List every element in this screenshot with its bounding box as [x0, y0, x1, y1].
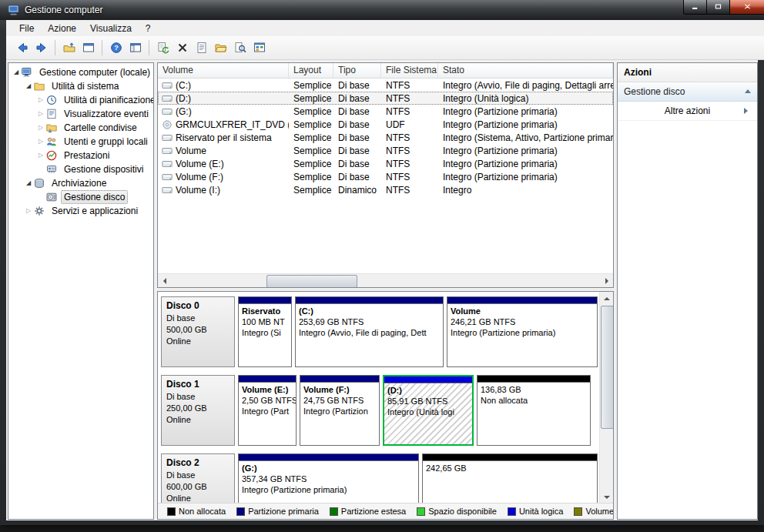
toolbar-open-folder-button[interactable]	[211, 38, 230, 57]
partition-label: 242,65 GB	[423, 461, 597, 504]
column-header-tipo[interactable]: Tipo	[333, 63, 381, 79]
action-section-label: Gestione disco	[624, 86, 685, 97]
disk-header-disco-1[interactable]: Disco 1Di base250,00 GBOnline	[161, 375, 235, 446]
partition-block-e[interactable]: Volume (E:)2,50 GB NTFSIntegro (Part	[238, 375, 297, 446]
tree-item-utenti-e-gruppi-locali[interactable]: ▷Utenti e gruppi locali	[8, 135, 153, 149]
volume-table-cell: Semplice	[289, 119, 333, 130]
action-more-label: Altre azioni	[665, 105, 710, 116]
partition-block-volume[interactable]: Volume246,21 GB NTFSIntegro (Partizione …	[447, 296, 598, 367]
partition-block-c[interactable]: (C:)253,69 GB NTFSIntegro (Avvio, File d…	[295, 296, 444, 367]
horizontal-scrollbar	[158, 273, 613, 287]
toolbar-back-button[interactable]	[12, 38, 32, 57]
device-manager-icon	[46, 164, 58, 175]
volume-row-volume-e[interactable]: Volume (E:)SempliceDi baseNTFSIntegro (P…	[158, 157, 613, 170]
partition-block-g[interactable]: (G:)357,34 GB NTFSIntegro (Partizione pr…	[238, 453, 419, 504]
collapsed-expander-icon[interactable]: ▷	[36, 93, 45, 107]
scroll-left-button[interactable]	[158, 274, 171, 287]
maximize-button[interactable]	[706, 0, 730, 15]
tree-item-prestazioni[interactable]: ▷Prestazioni	[8, 149, 153, 162]
collapsed-expander-icon[interactable]: ▷	[36, 107, 45, 121]
horizontal-scroll-thumb[interactable]	[266, 275, 357, 288]
collapsed-expander-icon[interactable]: ▷	[36, 135, 45, 149]
scroll-down-button[interactable]	[600, 490, 613, 504]
disk-header-disco-0[interactable]: Disco 0Di base500,00 GBOnline	[161, 296, 235, 367]
collapsed-expander-icon[interactable]: ▷	[36, 121, 45, 135]
toolbar-forward-button[interactable]	[32, 38, 51, 57]
open-folder-icon	[215, 42, 227, 54]
scroll-right-button[interactable]	[600, 274, 613, 287]
volume-row-riservato-per-il-sistema[interactable]: Riservato per il sistemaSempliceDi baseN…	[158, 131, 613, 144]
menu-file[interactable]: File	[12, 22, 41, 35]
scroll-up-button[interactable]	[600, 292, 613, 305]
volume-row-volume[interactable]: VolumeSempliceDi baseNTFSIntegro (Partiz…	[158, 144, 613, 157]
search-icon	[234, 42, 246, 54]
tree-item-utilit-di-sistema[interactable]: ◢Utilità di sistema	[8, 79, 153, 93]
menu-help[interactable]: ?	[139, 22, 158, 35]
toolbar-help-button[interactable]: ?	[106, 38, 126, 57]
expanded-expander-icon[interactable]: ◢	[12, 65, 21, 79]
partition-block-riservato[interactable]: Riservato100 MB NTIntegro (Si	[238, 296, 292, 367]
partition-block-unallocated-1[interactable]: 136,83 GBNon allocata	[477, 375, 591, 446]
partition-line: 100 MB NT	[242, 316, 288, 327]
partition-block-f[interactable]: Volume (F:)24,75 GB NTFSIntegro (Partizi…	[300, 375, 380, 446]
volume-name: Riservato per il sistema	[176, 132, 272, 143]
toolbar-console-window-button[interactable]	[79, 38, 98, 57]
legend: Non allocataPartizione primariaPartizion…	[158, 503, 613, 519]
tree-item-utilit-di-pianificazione[interactable]: ▷Utilità di pianificazione	[8, 93, 153, 107]
volume-icon	[162, 146, 173, 156]
volume-table-cell: Semplice	[289, 172, 333, 182]
partition-line: 24,75 GB NTFS	[303, 395, 376, 406]
minimize-button[interactable]	[683, 0, 707, 15]
volume-row-c[interactable]: (C:)SempliceDi baseNTFSIntegro (Avvio, F…	[158, 79, 613, 92]
expanded-expander-icon[interactable]: ◢	[24, 79, 33, 93]
tree-item-visualizzatore-eventi[interactable]: ▷Visualizzatore eventi	[8, 107, 153, 121]
volume-table-cell: Di base	[333, 146, 381, 156]
menu-visualizza[interactable]: Visualizza	[83, 22, 139, 35]
tree-item-servizi-e-applicazioni[interactable]: ▷Servizi e applicazioni	[8, 204, 153, 218]
volume-row-d[interactable]: (D:)SempliceDi baseNTFSIntegro (Unità lo…	[158, 92, 613, 105]
disk-header-disco-2[interactable]: Disco 2Di base600,00 GBOnline	[161, 453, 235, 504]
tree-item-gestione-computer-locale[interactable]: ◢Gestione computer (locale)	[8, 65, 153, 79]
tree-item-archiviazione[interactable]: ◢Archiviazione	[8, 176, 153, 190]
toolbar-refresh-button[interactable]	[153, 38, 173, 57]
expanded-expander-icon[interactable]: ◢	[24, 176, 33, 190]
partition-line: 246,21 GB NTFS	[451, 316, 594, 327]
column-header-layout[interactable]: Layout	[289, 63, 333, 79]
toolbar-search-button[interactable]	[230, 38, 250, 57]
vertical-scroll-thumb[interactable]	[601, 306, 614, 429]
window-title: Gestione computer	[25, 5, 102, 15]
column-header-volume[interactable]: Volume	[158, 63, 289, 79]
toolbar-show-tree-button[interactable]	[126, 38, 145, 57]
collapsed-expander-icon[interactable]: ▷	[36, 149, 45, 162]
toolbar-settings-button[interactable]	[250, 38, 269, 57]
legend-label: Spazio disponibile	[428, 507, 497, 516]
volume-cell: (G:)	[158, 106, 289, 117]
volume-row-volume-f[interactable]: Volume (F:)SempliceDi baseNTFSIntegro (P…	[158, 170, 613, 183]
toolbar-properties-button[interactable]	[192, 38, 211, 57]
tree-item-cartelle-condivise[interactable]: ▷Cartelle condivise	[8, 121, 153, 135]
partition-block-unallocated-2[interactable]: 242,65 GB	[422, 453, 598, 504]
action-altre-azioni[interactable]: Altre azioni	[618, 102, 757, 121]
volume-row-grmculxfrer-it-dvd-h[interactable]: GRMCULXFRER_IT_DVD (H:)SempliceDi baseUD…	[158, 118, 613, 131]
toolbar-up-level-button[interactable]	[59, 38, 79, 57]
titlebar[interactable]: Gestione computer	[0, 0, 764, 20]
partition-line: Volume	[451, 306, 594, 316]
volume-row-volume-i[interactable]: Volume (I:)SempliceDinamicoNTFSIntegro	[158, 183, 613, 196]
volume-table-cell: NTFS	[381, 93, 438, 104]
disk-row-disco-0: Disco 0Di base500,00 GBOnlineRiservato10…	[161, 296, 600, 367]
close-icon	[743, 0, 752, 14]
volume-name: (C:)	[176, 80, 191, 91]
tree-item-gestione-dispositivi[interactable]: Gestione dispositivi	[8, 162, 153, 176]
action-section-gestione-disco[interactable]: Gestione disco	[618, 82, 757, 102]
toolbar-delete-button[interactable]	[173, 38, 192, 57]
menu-azione[interactable]: Azione	[41, 22, 83, 35]
column-header-file-sistema[interactable]: File Sistema	[381, 63, 438, 79]
folder-icon	[34, 81, 45, 92]
column-header-stato[interactable]: Stato	[438, 63, 613, 79]
volume-row-g[interactable]: (G:)SempliceDi baseNTFSIntegro (Partizio…	[158, 105, 613, 118]
chevron-right-icon	[744, 108, 751, 114]
partition-block-d[interactable]: (D:)85,91 GB NTFSIntegro (Unità logi	[383, 375, 474, 446]
tree-item-gestione-disco[interactable]: Gestione disco	[8, 190, 153, 204]
close-button[interactable]	[729, 0, 764, 15]
collapsed-expander-icon[interactable]: ▷	[24, 204, 33, 218]
